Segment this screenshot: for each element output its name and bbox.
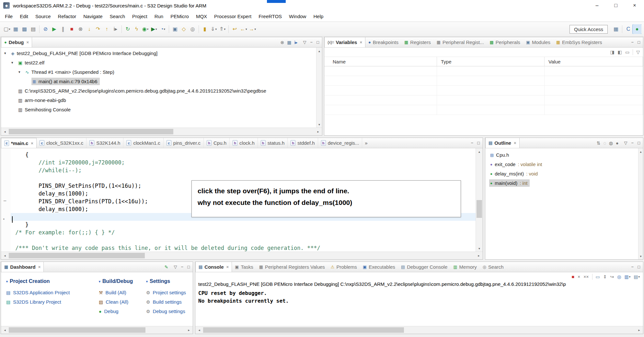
dashboard-section-header[interactable]: ▾ Build/Debug: [99, 277, 144, 285]
link-build-all[interactable]: ⚒ Build (All): [99, 288, 144, 297]
debug-perspective-icon[interactable]: ●: [633, 24, 641, 34]
vertical-scrollbar[interactable]: ▴ ▾: [476, 148, 483, 252]
minimize-button[interactable]: −: [181, 265, 184, 269]
back-icon[interactable]: ←▾: [239, 24, 248, 34]
show-type-names-icon[interactable]: ◨: [610, 50, 615, 54]
maximize-button[interactable]: □: [638, 265, 640, 269]
view-layout-icon[interactable]: ▦: [287, 40, 291, 45]
menu-item[interactable]: PEMicro: [167, 14, 192, 19]
maximize-button[interactable]: □: [638, 40, 640, 44]
maximize-button[interactable]: □: [187, 265, 190, 269]
close-icon[interactable]: ×: [38, 264, 41, 269]
column-header-name[interactable]: Name: [324, 57, 437, 66]
vertical-scrollbar[interactable]: ▴ ▾: [316, 48, 322, 128]
horizontal-scrollbar[interactable]: ◂ ▸: [195, 326, 643, 334]
scroll-thumb[interactable]: [477, 200, 482, 218]
minimize-button[interactable]: −: [631, 40, 634, 44]
view-menu-icon[interactable]: ▽: [636, 50, 640, 54]
tab-overflow-chevron[interactable]: »: [362, 138, 370, 148]
pin-console-icon[interactable]: ◎: [617, 275, 621, 279]
last-edit-location-icon[interactable]: ↩: [230, 24, 239, 34]
vertical-scrollbar[interactable]: ▴ ▾: [638, 148, 643, 259]
outline-item-delay-ms[interactable]: ● delay_ms(int) : void: [485, 169, 638, 178]
scroll-left-icon[interactable]: ◂: [1, 326, 9, 334]
menu-item[interactable]: File: [1, 14, 16, 19]
tab-debug[interactable]: ● Debug ×: [1, 37, 32, 48]
tree-item-gdb[interactable]: ▥ arm-none-eabi-gdb: [1, 95, 316, 105]
menu-item[interactable]: Search: [106, 14, 129, 19]
close-icon[interactable]: ×: [27, 40, 29, 45]
menu-item[interactable]: Edit: [16, 14, 32, 19]
outline-item-cpu-h[interactable]: ▤ Cpu.h: [485, 150, 638, 160]
search-icon[interactable]: ◎: [188, 24, 197, 34]
column-header-type[interactable]: Type: [437, 57, 545, 66]
restart-icon[interactable]: ↻: [123, 24, 132, 34]
skip-all-breakpoints-icon[interactable]: ⊘: [41, 24, 50, 34]
tab-pins-driver-c[interactable]: c pins_driver.c: [164, 138, 204, 148]
close-icon[interactable]: ×: [360, 40, 362, 45]
link-build-settings[interactable]: ⚙ Build settings: [146, 297, 192, 307]
dashboard-section-header[interactable]: ▾ Settings: [146, 277, 192, 285]
tab-console[interactable]: ▤ Console ×: [195, 262, 232, 272]
next-annotation-icon[interactable]: ⇓▾: [209, 24, 218, 34]
expand-arrow-icon[interactable]: ▾: [11, 61, 17, 65]
hide-fields-icon[interactable]: ◌: [604, 141, 606, 145]
code-line[interactable]: [11, 236, 476, 244]
suspend-icon[interactable]: ∥: [59, 24, 67, 34]
resume-icon[interactable]: ▶: [50, 24, 59, 34]
tab-dashboard[interactable]: ▦ Dashboard ×: [1, 262, 44, 272]
minimize-button[interactable]: −: [310, 40, 313, 44]
close-button[interactable]: ×: [625, 0, 644, 11]
tab-device-registers-h[interactable]: h device_regis...: [318, 138, 362, 148]
scroll-thumb[interactable]: [9, 253, 145, 258]
view-menu-button[interactable]: ▽: [624, 141, 627, 145]
code-editor[interactable]: – ▪ { //int i=7200000,j=7200000; //while…: [1, 148, 476, 252]
scroll-up-icon[interactable]: ▴: [476, 148, 483, 155]
view-menu-button[interactable]: ▽: [174, 265, 177, 269]
tab-modules[interactable]: ▣ Modules: [523, 37, 553, 47]
scroll-right-icon[interactable]: ▸: [185, 326, 193, 334]
tab-peripheral-registers[interactable]: ▦ Peripheral Regist...: [434, 37, 487, 47]
scroll-down-icon[interactable]: ▾: [638, 253, 643, 259]
tab-problems[interactable]: ⚠ Problems: [328, 262, 360, 272]
menu-item[interactable]: FreeRTOS: [255, 14, 285, 19]
save-all-icon[interactable]: ▩: [20, 24, 29, 34]
scroll-down-icon[interactable]: ▾: [476, 245, 483, 252]
view-menu-button[interactable]: ▽: [303, 40, 306, 44]
tab-tasks[interactable]: ▣ Tasks: [232, 262, 256, 272]
expand-arrow-icon[interactable]: ▾: [18, 70, 24, 74]
tab-memory[interactable]: ▥ Memory: [450, 262, 479, 272]
mark-occurrences-icon[interactable]: ▮: [201, 24, 209, 34]
new-wizard-icon[interactable]: ▢▾: [3, 24, 11, 34]
tree-item-stack-frame[interactable]: ≣ main() at main.c:79 0x14b6: [1, 77, 316, 86]
terminate-icon[interactable]: ■: [67, 24, 76, 34]
close-icon[interactable]: ×: [514, 140, 516, 145]
horizontal-scrollbar[interactable]: ◂ ▸: [1, 326, 193, 334]
previous-annotation-icon[interactable]: ⇑▾: [218, 24, 227, 34]
disconnect-icon[interactable]: ⊗: [280, 40, 284, 45]
menu-item[interactable]: MQX: [192, 14, 211, 19]
scroll-up-icon[interactable]: ▴: [638, 148, 643, 155]
debug-launch-icon[interactable]: ◉▾: [141, 24, 150, 34]
tree-item-thread[interactable]: ▾ ∿ Thread #1 <main> (Suspended : Step): [1, 67, 316, 77]
step-into-icon[interactable]: ↓: [85, 24, 94, 34]
tab-stddef-h[interactable]: h stddef.h: [288, 138, 318, 148]
scroll-right-icon[interactable]: ▸: [314, 128, 322, 135]
tree-item-pegdbserver-console[interactable]: ▥ C:\nxp\S32DS_ARM_v2.2\eclipse\plugins\…: [1, 86, 316, 95]
scroll-left-icon[interactable]: ◂: [1, 252, 9, 259]
tree-item-semihosting-console[interactable]: ▥ Semihosting Console: [1, 105, 316, 114]
open-perspective-icon[interactable]: ▦: [612, 24, 620, 34]
save-icon[interactable]: ▦: [11, 24, 20, 34]
edit-dashboard-icon[interactable]: ✎: [165, 265, 168, 269]
collapse-all-icon[interactable]: ▭: [625, 50, 629, 54]
tab-outline[interactable]: ▤ Outline ×: [485, 138, 520, 148]
disconnect-icon[interactable]: ⊗: [76, 24, 85, 34]
maximize-button[interactable]: □: [316, 40, 319, 44]
tab-cpu-h[interactable]: h Cpu.h: [204, 138, 230, 148]
maximize-button[interactable]: □: [606, 0, 625, 11]
profile-launch-icon[interactable]: ◔▾: [158, 24, 167, 34]
menu-item[interactable]: Project: [129, 14, 151, 19]
scroll-thumb[interactable]: [9, 129, 173, 134]
minimize-button[interactable]: −: [471, 141, 474, 145]
hide-non-public-members-icon[interactable]: ●: [616, 141, 618, 145]
